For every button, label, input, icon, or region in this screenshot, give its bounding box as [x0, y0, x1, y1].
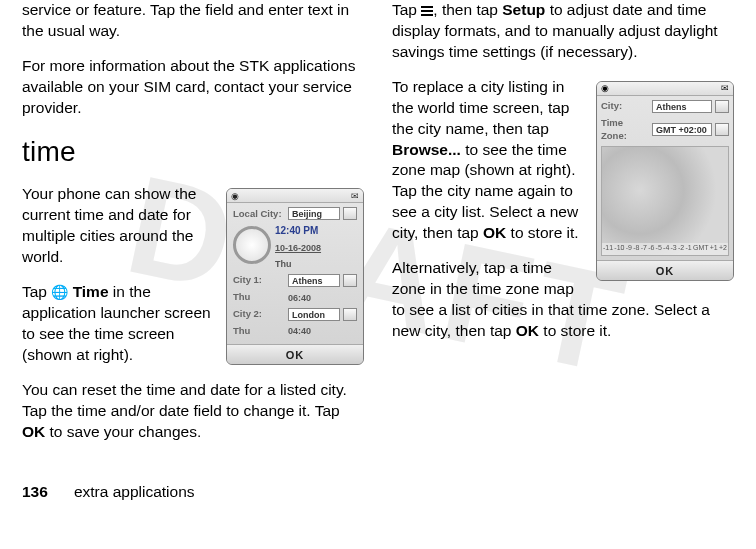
status2-right-icon: ✉	[721, 82, 729, 94]
local-city-field[interactable]: Beijing	[288, 207, 340, 220]
p5-post: to save your changes.	[45, 423, 201, 440]
p5-pre: You can reset the time and date for a li…	[22, 381, 347, 419]
left-p5: You can reset the time and date for a li…	[22, 380, 364, 443]
map-tz-dropdown-icon[interactable]	[715, 123, 729, 136]
city1-field[interactable]: Athens	[288, 274, 340, 287]
city2-day: Thu	[233, 325, 285, 338]
tick: -8	[633, 243, 639, 255]
analog-clock-icon	[233, 226, 271, 264]
footer-label: extra applications	[74, 483, 195, 501]
tick: +2	[719, 243, 727, 255]
tick: -6	[648, 243, 654, 255]
globe-icon: 🌐	[51, 284, 68, 300]
page-footer: 136 extra applications	[22, 483, 734, 501]
local-city-dropdown-icon[interactable]	[343, 207, 357, 220]
section-heading-time: time	[22, 133, 364, 171]
tick: GMT	[693, 243, 709, 255]
phone1-ok-button[interactable]: OK	[227, 344, 363, 364]
status2-left-icon: ◉	[601, 82, 609, 94]
p4-pre: Tap	[22, 283, 51, 300]
phone2-statusbar: ◉ ✉	[597, 82, 733, 96]
city2-label: City 2:	[233, 308, 285, 321]
city1-day: Thu	[233, 291, 285, 304]
p2-post: to store it.	[506, 224, 578, 241]
tick: -4	[663, 243, 669, 255]
status-right-icon: ✉	[351, 190, 359, 202]
map-tz-field[interactable]: GMT +02:00	[652, 123, 712, 136]
timezone-ticks: -11 -10 -9 -8 -7 -6 -5 -4 -3 -2 -1 GMT +…	[602, 243, 728, 255]
p4-time-bold: Time	[73, 283, 109, 300]
left-p1: service or feature. Tap the field and en…	[22, 0, 364, 42]
p1-setup: Setup	[502, 1, 545, 18]
city1-label: City 1:	[233, 274, 285, 287]
p3-ok: OK	[516, 322, 539, 339]
tick: -1	[685, 243, 691, 255]
local-city-label: Local City:	[233, 208, 285, 221]
phone1-statusbar: ◉ ✉	[227, 189, 363, 203]
p5-ok: OK	[22, 423, 45, 440]
tick: -10	[614, 243, 624, 255]
phone-timezone-map: ◉ ✉ City: Athens Time Zone: GMT +02:00 -…	[596, 81, 734, 282]
right-p1: Tap , then tap Setup to adjust date and …	[392, 0, 734, 63]
left-p2: For more information about the STK appli…	[22, 56, 364, 119]
phone2-ok-button[interactable]: OK	[597, 260, 733, 280]
p2-ok: OK	[483, 224, 506, 241]
tick: -7	[641, 243, 647, 255]
tick: -5	[656, 243, 662, 255]
timezone-map[interactable]: -11 -10 -9 -8 -7 -6 -5 -4 -3 -2 -1 GMT +…	[601, 146, 729, 256]
tick: -11	[603, 243, 613, 255]
tick: -9	[626, 243, 632, 255]
page-number: 136	[22, 483, 48, 501]
date-value[interactable]: 10-16-2008	[275, 242, 357, 254]
p2-pre: To replace a city listing in the world t…	[392, 78, 569, 137]
right-column: Tap , then tap Setup to adjust date and …	[392, 0, 734, 457]
time-value[interactable]: 12:40 PM	[275, 224, 357, 238]
tick: -3	[671, 243, 677, 255]
tick: -2	[678, 243, 684, 255]
city1-dropdown-icon[interactable]	[343, 274, 357, 287]
map-city-label: City:	[601, 100, 649, 113]
city2-field[interactable]: London	[288, 308, 340, 321]
p2-browse: Browse...	[392, 141, 461, 158]
p1-mid: , then tap	[433, 1, 502, 18]
city2-dropdown-icon[interactable]	[343, 308, 357, 321]
day-value: Thu	[275, 258, 357, 270]
tick: +1	[710, 243, 718, 255]
left-column: service or feature. Tap the field and en…	[22, 0, 364, 457]
p1-pre: Tap	[392, 1, 421, 18]
map-city-dropdown-icon[interactable]	[715, 100, 729, 113]
map-city-field[interactable]: Athens	[652, 100, 712, 113]
p3-post: to store it.	[539, 322, 611, 339]
city2-time: 04:40	[288, 325, 357, 337]
map-tz-label: Time Zone:	[601, 117, 649, 143]
phone-time-screen: ◉ ✉ Local City: Beijing 12:40 PM 10-16-2…	[226, 188, 364, 364]
menu-icon	[421, 6, 433, 16]
status-left-icon: ◉	[231, 190, 239, 202]
city1-time: 06:40	[288, 292, 357, 304]
